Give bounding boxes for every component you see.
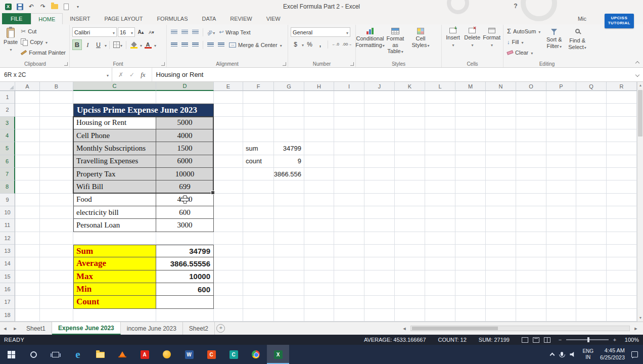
cell-D14[interactable]: 3866.55556 xyxy=(156,257,214,270)
cell-I9[interactable] xyxy=(334,194,364,206)
cell-P17[interactable] xyxy=(546,296,576,308)
cell-P13[interactable] xyxy=(546,245,576,257)
cell-N8[interactable] xyxy=(486,180,516,193)
cell-L4[interactable] xyxy=(425,129,455,142)
cell-H18[interactable] xyxy=(304,309,334,322)
cell-F1[interactable] xyxy=(243,91,274,104)
cell-D1[interactable] xyxy=(156,91,214,104)
cell-O18[interactable] xyxy=(516,309,546,322)
column-header-M[interactable]: M xyxy=(455,82,486,91)
cell-E13[interactable] xyxy=(214,245,243,257)
ribbon-tab-formulas[interactable]: FORMULAS xyxy=(150,13,195,24)
cell-E9[interactable] xyxy=(214,194,243,206)
row-header-9[interactable]: 9 xyxy=(0,194,15,206)
cell-N2[interactable] xyxy=(486,104,516,116)
cell-E6[interactable] xyxy=(214,155,243,168)
cell-O14[interactable] xyxy=(516,257,546,270)
column-header-H[interactable]: H xyxy=(304,82,334,91)
cell-L16[interactable] xyxy=(425,283,455,296)
cell-K13[interactable] xyxy=(395,245,425,257)
cell-O13[interactable] xyxy=(516,245,546,257)
cell-O9[interactable] xyxy=(516,194,546,206)
cell-E7[interactable] xyxy=(214,168,243,180)
cell-J9[interactable] xyxy=(364,194,395,206)
cell-A17[interactable] xyxy=(15,296,40,308)
cell-L10[interactable] xyxy=(425,206,455,219)
cell-B18[interactable] xyxy=(40,309,73,322)
cell-C12[interactable] xyxy=(73,232,156,245)
fill-button[interactable]: Fill xyxy=(506,36,541,47)
cell-G9[interactable] xyxy=(274,194,304,206)
cell-I13[interactable] xyxy=(334,245,364,257)
row-header-2[interactable]: 2 xyxy=(0,104,15,116)
cell-I17[interactable] xyxy=(334,296,364,308)
cell-Q9[interactable] xyxy=(576,194,607,206)
cell-Q2[interactable] xyxy=(576,104,607,116)
cell-L6[interactable] xyxy=(425,155,455,168)
cell-B7[interactable] xyxy=(40,168,73,180)
vertical-scrollbar[interactable] xyxy=(637,82,643,322)
page-layout-view-icon[interactable] xyxy=(533,337,539,343)
cell-P9[interactable] xyxy=(546,194,576,206)
row-header-11[interactable]: 11 xyxy=(0,219,15,232)
zoom-thumb[interactable] xyxy=(587,337,589,342)
cell-Q6[interactable] xyxy=(576,155,607,168)
grow-font-button[interactable] xyxy=(136,27,146,37)
number-dialog-launcher[interactable] xyxy=(350,62,354,66)
cell-R12[interactable] xyxy=(607,232,637,245)
cell-I18[interactable] xyxy=(334,309,364,322)
bold-button[interactable] xyxy=(72,39,82,50)
cell-G1[interactable] xyxy=(274,91,304,104)
cell-N4[interactable] xyxy=(486,129,516,142)
paste-button[interactable]: Paste xyxy=(4,26,18,58)
borders-button[interactable] xyxy=(112,39,123,50)
cell-L1[interactable] xyxy=(425,91,455,104)
cell-G2[interactable] xyxy=(274,104,304,116)
cell-P5[interactable] xyxy=(546,142,576,155)
cell-K16[interactable] xyxy=(395,283,425,296)
cell-L15[interactable] xyxy=(425,270,455,283)
cell-L7[interactable] xyxy=(425,168,455,180)
cell-G16[interactable] xyxy=(274,283,304,296)
cell-R14[interactable] xyxy=(607,257,637,270)
cell-O3[interactable] xyxy=(516,117,546,129)
cell-K3[interactable] xyxy=(395,117,425,129)
cell-B11[interactable] xyxy=(40,219,73,232)
cell-D16[interactable]: 600 xyxy=(156,283,214,296)
cell-K11[interactable] xyxy=(395,219,425,232)
undo-icon[interactable] xyxy=(26,2,36,12)
cell-D11[interactable]: 3000 xyxy=(156,219,214,232)
cell-Q8[interactable] xyxy=(576,180,607,193)
cell-Q5[interactable] xyxy=(576,142,607,155)
cell-R1[interactable] xyxy=(607,91,637,104)
cell-N1[interactable] xyxy=(486,91,516,104)
cell-N16[interactable] xyxy=(486,283,516,296)
cell-A15[interactable] xyxy=(15,270,40,283)
cell-A2[interactable] xyxy=(15,104,40,116)
start-button[interactable] xyxy=(0,345,22,364)
row-header-18[interactable]: 18 xyxy=(0,309,15,322)
cell-M4[interactable] xyxy=(455,129,486,142)
column-header-C[interactable]: C xyxy=(73,82,156,91)
clock[interactable]: 4:45 AM 6/25/2023 xyxy=(600,347,625,361)
cell-H6[interactable] xyxy=(304,155,334,168)
cell-Q7[interactable] xyxy=(576,168,607,180)
cell-P4[interactable] xyxy=(546,129,576,142)
cell-G10[interactable] xyxy=(274,206,304,219)
cell-A7[interactable] xyxy=(15,168,40,180)
sheet-tab-sheet2[interactable]: Sheet2 xyxy=(183,322,215,335)
copy-button[interactable]: Copy xyxy=(20,36,67,47)
align-left-button[interactable] xyxy=(169,39,179,50)
cell-F11[interactable] xyxy=(243,219,274,232)
cell-P11[interactable] xyxy=(546,219,576,232)
cell-I4[interactable] xyxy=(334,129,364,142)
ribbon-tab-file[interactable]: FILE xyxy=(2,13,31,24)
cell-O16[interactable] xyxy=(516,283,546,296)
column-header-Q[interactable]: Q xyxy=(576,82,607,91)
cell-C10[interactable]: electricity bill xyxy=(73,206,156,219)
cell-H1[interactable] xyxy=(304,91,334,104)
cell-G6[interactable]: 9 xyxy=(274,155,304,168)
percent-style-button[interactable] xyxy=(305,39,314,50)
cell-P15[interactable] xyxy=(546,270,576,283)
cell-N11[interactable] xyxy=(486,219,516,232)
